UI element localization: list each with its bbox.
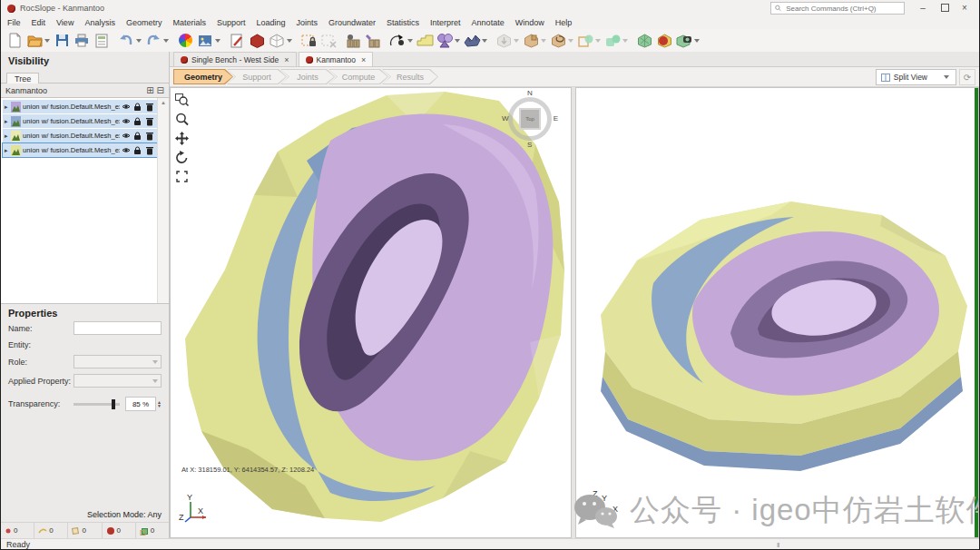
undo-dropdown-caret[interactable] — [136, 39, 142, 43]
volume-inspect-icon[interactable] — [654, 31, 674, 51]
delete-icon[interactable] — [143, 146, 155, 155]
tree-item[interactable]: ▸ union w/ fusion.Default.Mesh_extr — [3, 114, 157, 128]
lock-icon[interactable] — [132, 146, 143, 155]
minimize-button[interactable]: – — [914, 1, 932, 15]
selection-mode-value[interactable]: Any — [147, 510, 162, 519]
splitter-grip-icon[interactable]: ‖ — [777, 541, 780, 549]
boolean-outline-icon[interactable] — [575, 31, 595, 51]
import-geometry-icon[interactable] — [494, 31, 514, 51]
menu-analysis[interactable]: Analysis — [84, 18, 115, 27]
expand-arrow-icon[interactable]: ▸ — [5, 118, 11, 125]
compass-south[interactable]: S — [527, 141, 532, 149]
extrude-dropdown-caret[interactable] — [541, 39, 546, 43]
extrude-geometry-icon[interactable] — [521, 31, 541, 51]
menu-geometry[interactable]: Geometry — [126, 18, 162, 27]
visibility-eye-icon[interactable] — [120, 132, 132, 140]
clear-selection-icon[interactable] — [318, 31, 338, 51]
search-input[interactable] — [784, 4, 900, 14]
menu-help[interactable]: Help — [555, 18, 573, 27]
zoom-window-icon[interactable] — [174, 93, 189, 107]
lock-icon[interactable] — [132, 132, 143, 141]
command-search[interactable] — [770, 2, 905, 15]
union-dropdown-caret[interactable] — [622, 39, 628, 43]
rotate-icon[interactable] — [174, 150, 189, 164]
outline-dropdown-caret[interactable] — [595, 39, 601, 43]
doc-tab-kanmantoo[interactable]: Kanmantoo × — [299, 52, 374, 66]
maximize-button[interactable] — [936, 1, 954, 15]
slider-thumb[interactable] — [112, 399, 115, 409]
delete-icon[interactable] — [143, 117, 155, 126]
name-field[interactable] — [74, 321, 162, 335]
menu-annotate[interactable]: Annotate — [472, 18, 505, 27]
zoom-icon[interactable] — [174, 112, 189, 126]
visibility-eye-icon[interactable] — [120, 117, 132, 125]
menu-groundwater[interactable]: Groundwater — [328, 18, 376, 27]
viewport-right[interactable]: Z Y X — [575, 87, 979, 538]
tree-scrollbar[interactable]: ▲ — [157, 98, 169, 303]
workflow-tab-support[interactable]: Support — [227, 69, 287, 84]
surface-dropdown-caret[interactable] — [482, 39, 487, 43]
compass-top-cube[interactable]: Top — [519, 108, 541, 130]
new-file-icon[interactable] — [5, 31, 24, 51]
menu-interpret[interactable]: Interpret — [430, 18, 461, 27]
menu-statistics[interactable]: Statistics — [387, 18, 419, 27]
redo-icon[interactable] — [143, 31, 163, 51]
terrain-surface-icon[interactable] — [462, 31, 482, 51]
add-support-icon[interactable] — [363, 31, 383, 51]
workflow-tab-compute[interactable]: Compute — [328, 69, 388, 84]
pan-icon[interactable] — [174, 131, 189, 145]
tree-item[interactable]: ▸ union w/ fusion.Default.Mesh_extr — [3, 129, 157, 142]
transparency-slider[interactable] — [74, 403, 120, 406]
export-geometry-icon[interactable] — [674, 31, 694, 51]
boolean-union-icon[interactable] — [603, 31, 622, 51]
close-tab-icon[interactable]: × — [284, 55, 289, 64]
doc-tab-single-bench[interactable]: Single Bench - West Side × — [173, 52, 297, 66]
expand-all-icon[interactable]: ⊞ — [146, 85, 153, 95]
menu-support[interactable]: Support — [217, 18, 246, 27]
capture-image-icon[interactable] — [195, 31, 215, 51]
material-properties-icon[interactable] — [247, 31, 267, 51]
delete-icon[interactable] — [143, 103, 155, 112]
slope-geometry-icon[interactable] — [415, 31, 435, 51]
visibility-eye-icon[interactable] — [120, 146, 132, 154]
save-icon[interactable] — [52, 31, 72, 51]
export-dropdown-caret[interactable] — [694, 39, 700, 43]
workflow-tab-joints[interactable]: Joints — [280, 69, 335, 84]
joints-dropdown-caret[interactable] — [455, 39, 460, 43]
revolve-geometry-icon[interactable] — [548, 31, 568, 51]
workflow-tab-results[interactable]: Results — [382, 69, 438, 84]
menu-materials[interactable]: Materials — [172, 18, 206, 27]
compass-east[interactable]: E — [554, 114, 558, 123]
tree-item[interactable]: ▸ union w/ fusion.Default.Mesh_extr — [3, 100, 157, 113]
display-options-icon[interactable] — [175, 31, 195, 51]
split-view-select[interactable]: Split View — [876, 69, 956, 85]
orbit-view-icon[interactable] — [387, 31, 407, 51]
edit-annotations-icon[interactable] — [227, 31, 247, 51]
wireframe-dropdown-caret[interactable] — [287, 39, 292, 43]
spinner-down-icon[interactable]: ▼ — [157, 404, 162, 408]
expand-arrow-icon[interactable]: ▸ — [5, 103, 11, 111]
open-dropdown-caret[interactable] — [44, 39, 50, 43]
role-select[interactable] — [74, 355, 162, 368]
wireframe-view-icon[interactable] — [267, 31, 287, 51]
applied-property-select[interactable] — [74, 374, 162, 388]
joint-sets-icon[interactable] — [435, 31, 455, 51]
lock-icon[interactable] — [132, 103, 143, 112]
menu-edit[interactable]: Edit — [32, 18, 46, 27]
support-tools-icon[interactable] — [343, 31, 363, 51]
open-file-icon[interactable] — [24, 31, 44, 51]
redo-dropdown-caret[interactable] — [163, 39, 169, 43]
undo-icon[interactable] — [116, 31, 136, 51]
orbit-dropdown-caret[interactable] — [407, 39, 413, 43]
lock-icon[interactable] — [132, 117, 143, 126]
refresh-view-button[interactable]: ⟳ — [959, 69, 975, 85]
tree-item[interactable]: ▸ union w/ fusion.Default.Mesh_extr — [3, 143, 157, 157]
compass-west[interactable]: W — [502, 114, 509, 123]
visibility-eye-icon[interactable] — [120, 103, 132, 111]
menu-view[interactable]: View — [56, 18, 74, 27]
menu-window[interactable]: Window — [515, 18, 544, 27]
mesh-geometry-icon[interactable] — [634, 31, 654, 51]
zoom-extents-icon[interactable] — [174, 169, 189, 183]
close-tab-icon[interactable]: × — [361, 55, 366, 64]
menu-loading[interactable]: Loading — [256, 18, 285, 27]
